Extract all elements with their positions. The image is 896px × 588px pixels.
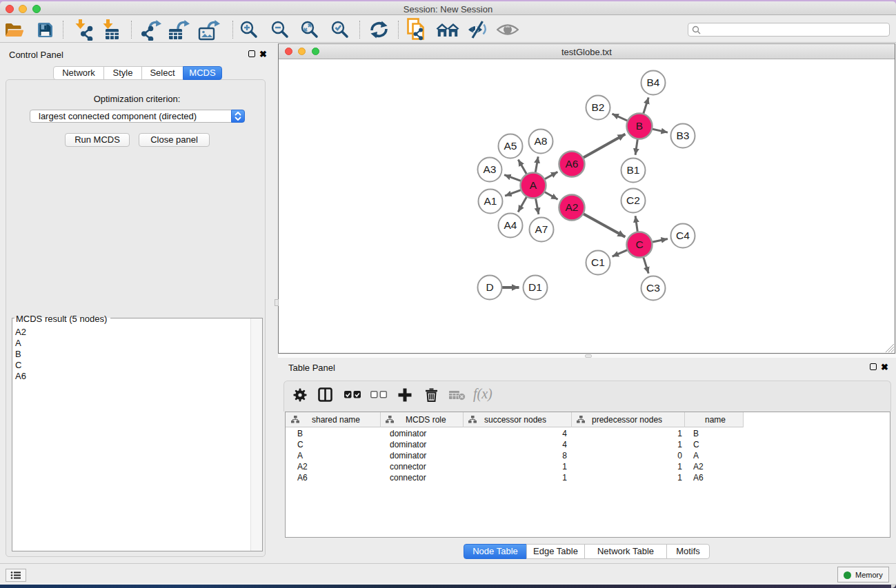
svg-text:A6: A6	[566, 158, 579, 170]
svg-text:A3: A3	[484, 163, 497, 175]
svg-text:B2: B2	[592, 101, 605, 113]
svg-text:A2: A2	[566, 201, 579, 213]
svg-text:D: D	[486, 281, 493, 293]
svg-text:A7: A7	[535, 223, 548, 235]
svg-text:C1: C1	[591, 256, 605, 268]
svg-text:C3: C3	[646, 282, 660, 294]
svg-text:B: B	[636, 120, 643, 132]
svg-text:B3: B3	[677, 130, 690, 141]
svg-text:A1: A1	[484, 195, 497, 207]
svg-text:D1: D1	[528, 281, 542, 293]
svg-text:B4: B4	[647, 77, 660, 88]
svg-text:C2: C2	[626, 194, 640, 206]
svg-text:C: C	[635, 239, 643, 250]
svg-text:A5: A5	[504, 140, 517, 152]
svg-text:C4: C4	[676, 230, 690, 241]
svg-text:A4: A4	[504, 219, 517, 231]
svg-text:B1: B1	[627, 164, 640, 176]
svg-text:A8: A8	[535, 135, 548, 147]
svg-text:A: A	[530, 179, 537, 191]
